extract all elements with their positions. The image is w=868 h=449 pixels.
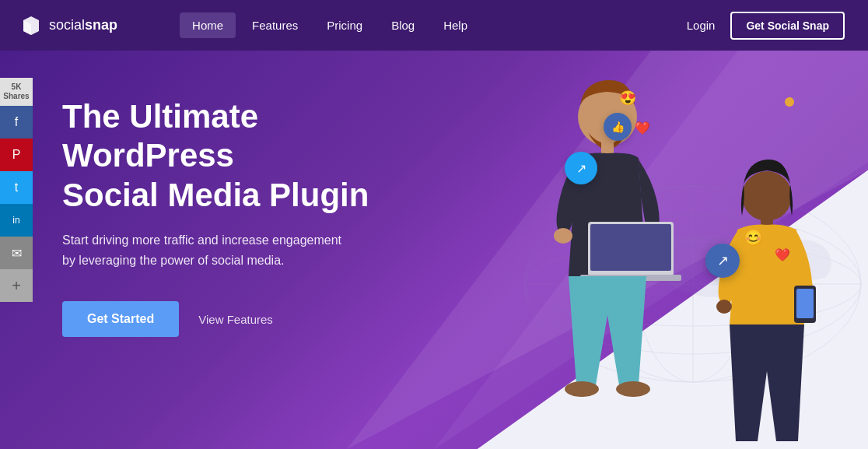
float-reaction-emoji2: ❤️: [635, 121, 650, 135]
nav-pricing[interactable]: Pricing: [314, 12, 375, 38]
twitter-icon: t: [15, 181, 18, 195]
float-heart-emoji: 😊: [744, 228, 763, 247]
float-love-emoji: ❤️: [775, 247, 790, 262]
linkedin-icon: in: [12, 215, 19, 226]
woman-svg: [689, 153, 845, 449]
hero-buttons: Get Started View Features: [62, 301, 420, 337]
view-features-link[interactable]: View Features: [198, 313, 273, 326]
login-button[interactable]: Login: [687, 19, 716, 32]
nav-features[interactable]: Features: [240, 12, 310, 38]
get-social-snap-button[interactable]: Get Social Snap: [730, 12, 845, 40]
nav-help[interactable]: Help: [431, 12, 480, 38]
svg-point-18: [742, 171, 792, 221]
facebook-share-button[interactable]: f: [0, 106, 33, 139]
hero-section: The Ultimate WordPress Social Media Plug…: [0, 51, 868, 449]
social-share-bar: 5K Shares f P t in ✉ +: [0, 78, 33, 302]
main-nav: Home Features Pricing Blog Help: [180, 12, 480, 38]
hero-content: The Ultimate WordPress Social Media Plug…: [62, 97, 420, 337]
email-share-button[interactable]: ✉: [0, 237, 33, 269]
float-share-icon: ↗: [565, 152, 597, 184]
header-right: Login Get Social Snap: [687, 12, 845, 40]
nav-home[interactable]: Home: [180, 12, 236, 38]
plus-icon: +: [12, 277, 21, 295]
more-share-button[interactable]: +: [0, 269, 33, 302]
float-facebook-like: 👍: [604, 113, 632, 141]
email-icon: ✉: [12, 246, 22, 261]
svg-point-17: [616, 381, 650, 397]
hero-title: The Ultimate WordPress Social Media Plug…: [62, 97, 420, 215]
pinterest-icon: P: [12, 148, 21, 162]
svg-rect-23: [796, 289, 814, 318]
float-share-bubble: ↗: [705, 244, 740, 278]
nav-blog[interactable]: Blog: [379, 12, 427, 38]
pinterest-share-button[interactable]: P: [0, 139, 33, 171]
twitter-share-button[interactable]: t: [0, 171, 33, 204]
header: socialsnap Home Features Pricing Blog He…: [0, 0, 868, 51]
logo: socialsnap: [19, 14, 117, 37]
social-share-count: 5K Shares: [0, 78, 33, 106]
svg-point-16: [565, 381, 599, 397]
float-social-icons: 👍 ↗ 😍 ❤️: [557, 89, 674, 245]
facebook-icon: f: [15, 115, 18, 129]
decoration-dot-yellow: [785, 97, 794, 107]
logo-icon: [19, 14, 43, 37]
linkedin-share-button[interactable]: in: [0, 204, 33, 237]
brand-name: socialsnap: [49, 17, 117, 33]
get-started-button[interactable]: Get Started: [62, 301, 179, 337]
woman-illustration: [689, 153, 845, 449]
hero-subtitle: Start driving more traffic and increase …: [62, 230, 342, 270]
float-reaction-emoji1: 😍: [619, 89, 636, 107]
float-share-circle: ↗: [705, 244, 740, 278]
svg-point-20: [716, 300, 732, 314]
